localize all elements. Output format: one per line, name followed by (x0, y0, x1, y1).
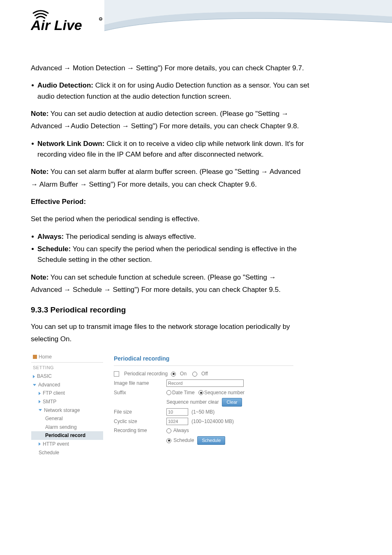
nav-http-event[interactable]: HTTP event (31, 440, 103, 449)
cyclic-size-unit: (100~1024000 MB) (191, 418, 234, 426)
airlive-logo: Air Live R (31, 7, 392, 35)
panel-title: Periodical recording (114, 352, 293, 366)
nav-network-storage[interactable]: Network storage (31, 406, 103, 415)
schedule-button[interactable]: Schedule (197, 436, 225, 445)
clear-button[interactable]: Clear (222, 398, 242, 407)
effective-period-heading: Effective Period: (31, 197, 361, 207)
always-label: Always (173, 428, 189, 433)
note-audio-detection-l1: Note: You can set audio detection at aud… (31, 109, 361, 119)
sequence-number-label: Sequence number (204, 390, 244, 395)
cyclic-size-input[interactable]: 1024 (166, 418, 188, 425)
radio-always[interactable] (166, 428, 171, 433)
file-size-label: File size (114, 408, 163, 416)
paragraph-continuation: Advanced → Motion Detection → Setting") … (31, 63, 361, 74)
chevron-right-icon (39, 392, 41, 395)
bullet-always: Always: The periodical sending is always… (31, 231, 361, 242)
bullet-network-link-down: Network Link Down: Click it on to receiv… (31, 139, 361, 160)
off-label: Off (201, 370, 208, 378)
note-alarm-buffer-l1: Note: You can set alarm buffer at alarm … (31, 166, 361, 177)
bullet-schedule: Schedule: You can specify the period whe… (31, 244, 361, 266)
periodical-recording-label: Periodical recording (124, 370, 168, 378)
recording-time-label: Recording time (114, 427, 163, 435)
nav-general[interactable]: General (31, 414, 103, 423)
radio-schedule[interactable] (166, 438, 171, 443)
chevron-right-icon (39, 400, 41, 403)
radio-off[interactable] (192, 372, 197, 377)
radio-date-time[interactable] (166, 390, 171, 395)
row-periodical-toggle: Periodical recording On Off (114, 369, 293, 379)
suffix-label: Suffix (114, 389, 163, 397)
chevron-right-icon (39, 442, 41, 446)
cyclic-size-label: Cyclic size (114, 418, 163, 426)
embedded-ui-screenshot: Home SETTING BASIC Advanced FTP client S… (31, 352, 294, 458)
effective-period-desc: Set the period when the periodical sendi… (31, 214, 361, 224)
section-heading-9-3-3: 9.3.3 Periodical recording (31, 304, 361, 316)
note-alarm-buffer-l2: → Alarm Buffer → Setting") For more deta… (31, 179, 361, 190)
nav-schedule[interactable]: Schedule (31, 449, 103, 457)
nav-ftp-client[interactable]: FTP client (31, 389, 103, 398)
schedule-label: Schedule (173, 437, 194, 443)
nav-advanced[interactable]: Advanced (31, 381, 103, 389)
nav-basic[interactable]: BASIC (31, 372, 103, 381)
on-label: On (180, 370, 187, 378)
nav-periodical-record[interactable]: Periodical record (31, 431, 103, 440)
chevron-right-icon (33, 375, 35, 378)
note-audio-detection-l2: Advanced →Audio Detection → Setting") Fo… (31, 121, 361, 132)
file-size-input[interactable]: 10 (166, 408, 188, 416)
note-schedule-l1: Note: You can set schedule function at s… (31, 272, 361, 283)
date-time-label: Date Time (172, 390, 195, 395)
periodical-checkbox[interactable] (114, 371, 119, 377)
section-paragraph-l2: selecting On. (31, 334, 361, 345)
image-file-name-label: Image file name (114, 379, 163, 387)
nav-home[interactable]: Home (31, 352, 103, 363)
chevron-down-icon (33, 384, 36, 386)
bullet-audio-detection: Audio Detection: Click it on for using A… (31, 80, 361, 102)
chevron-down-icon (39, 409, 42, 411)
image-file-name-input[interactable]: Record (166, 379, 244, 387)
sequence-number-clear-label: Sequence number clear (166, 398, 219, 406)
file-size-unit: (1~50 MB) (191, 408, 214, 416)
section-paragraph-l1: You can set up to transmit image files t… (31, 321, 361, 332)
nav-smtp[interactable]: SMTP (31, 398, 103, 406)
home-icon (33, 355, 37, 359)
nav-alarm-sending[interactable]: Alarm sending (31, 423, 103, 432)
radio-on[interactable] (171, 372, 176, 377)
nav-setting-label: SETTING (31, 363, 103, 372)
radio-sequence-number[interactable] (198, 390, 203, 395)
note-schedule-l2: Advanced → Schedule → Setting") For more… (31, 284, 361, 295)
svg-text:Air Live: Air Live (31, 17, 82, 33)
